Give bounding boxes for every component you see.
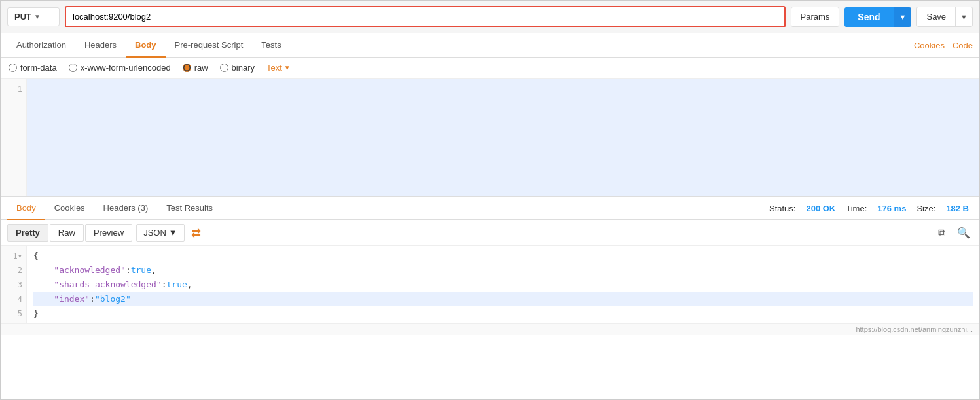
- option-urlencoded[interactable]: x-www-form-urlencoded: [69, 63, 171, 73]
- resp-line-num-5: 5: [1, 306, 22, 321]
- send-dropdown-button[interactable]: ▼: [894, 7, 912, 27]
- raw-label: raw: [194, 63, 208, 73]
- text-format-chevron-icon: ▼: [284, 64, 291, 71]
- binary-label: binary: [232, 63, 255, 73]
- open-brace: {: [33, 249, 39, 263]
- val-acknowledged: true: [131, 263, 151, 278]
- tab-authorization[interactable]: Authorization: [7, 33, 75, 58]
- send-button[interactable]: Send: [844, 7, 893, 27]
- resp-line-num-1: 1▾: [1, 249, 22, 263]
- val-shards-acknowledged: true: [167, 278, 187, 292]
- req-tabs-right: Cookies Code: [914, 34, 973, 57]
- tab-body[interactable]: Body: [126, 33, 166, 58]
- status-value: 200 OK: [806, 204, 835, 213]
- resp-line-3: "shards_acknowledged": true,: [33, 278, 973, 292]
- resp-tab-test-results[interactable]: Test Results: [157, 197, 222, 220]
- option-form-data[interactable]: form-data: [9, 63, 57, 73]
- cookies-link[interactable]: Cookies: [914, 34, 945, 57]
- tab-headers[interactable]: Headers: [75, 33, 126, 58]
- bottom-bar: https://blog.csdn.net/anmingzunzhi...: [1, 323, 979, 335]
- search-response-button[interactable]: 🔍: [954, 224, 973, 242]
- resp-line-2: "acknowledged": true,: [33, 263, 973, 278]
- resp-line-4: "index": "blog2": [33, 292, 973, 306]
- method-label: PUT: [14, 12, 31, 22]
- save-group: Save ▼: [916, 7, 973, 27]
- size-value: 182 B: [946, 204, 969, 213]
- json-format-dropdown[interactable]: JSON ▼: [136, 224, 185, 242]
- urlencoded-label: x-www-form-urlencoded: [81, 63, 171, 73]
- request-tabs: Authorization Headers Body Pre-request S…: [1, 33, 979, 58]
- copy-response-button[interactable]: ⧉: [935, 225, 948, 242]
- tab-tests[interactable]: Tests: [252, 33, 290, 58]
- close-brace: }: [33, 306, 39, 321]
- code-link[interactable]: Code: [953, 34, 973, 57]
- resp-line-num-3: 3: [1, 278, 22, 292]
- time-label: Time:: [846, 204, 867, 213]
- response-format-bar: Pretty Raw Preview JSON ▼ ⇄ ⧉ 🔍: [1, 220, 979, 246]
- response-editor-gutter: 1▾ 2 3 4 5: [1, 246, 27, 323]
- status-label: Status:: [769, 204, 795, 213]
- json-format-label: JSON: [143, 228, 166, 238]
- resp-tab-body[interactable]: Body: [7, 197, 45, 220]
- format-raw-button[interactable]: Raw: [50, 224, 84, 242]
- response-json-editor: 1▾ 2 3 4 5 { "acknowledged": true, "shar…: [1, 246, 979, 323]
- line-number-1: 1: [1, 82, 22, 96]
- form-data-label: form-data: [20, 63, 57, 73]
- tab-pre-request-script[interactable]: Pre-request Script: [166, 33, 253, 58]
- save-button[interactable]: Save: [917, 7, 955, 26]
- resp-tab-headers[interactable]: Headers (3): [94, 197, 158, 220]
- response-actions: ⧉ 🔍: [935, 224, 973, 242]
- request-body-input[interactable]: [27, 79, 979, 196]
- request-editor: 1: [1, 79, 979, 196]
- option-raw[interactable]: raw: [183, 63, 208, 73]
- key-index: "index": [54, 292, 90, 306]
- time-value: 176 ms: [877, 204, 906, 213]
- key-shards-acknowledged: "shards_acknowledged": [54, 278, 161, 292]
- params-button[interactable]: Params: [791, 7, 840, 27]
- text-format-dropdown[interactable]: Text ▼: [266, 63, 291, 73]
- save-dropdown-button[interactable]: ▼: [955, 7, 972, 26]
- top-bar: PUT ▼ Params Send ▼ Save ▼: [1, 1, 979, 33]
- response-status-bar: Status: 200 OK Time: 176 ms Size: 182 B: [765, 204, 973, 213]
- request-editor-gutter: 1: [1, 79, 27, 196]
- format-pretty-button[interactable]: Pretty: [7, 224, 48, 242]
- method-dropdown[interactable]: PUT ▼: [7, 7, 60, 26]
- size-label: Size:: [916, 204, 935, 213]
- send-group: Send ▼: [844, 7, 911, 27]
- body-options: form-data x-www-form-urlencoded raw bina…: [1, 58, 979, 79]
- url-input[interactable]: [65, 6, 786, 27]
- text-format-label: Text: [266, 63, 282, 73]
- option-binary[interactable]: binary: [220, 63, 255, 73]
- format-preview-button[interactable]: Preview: [85, 224, 132, 242]
- val-index: "blog2": [95, 292, 131, 306]
- response-section: Body Cookies Headers (3) Test Results St…: [1, 196, 979, 323]
- method-chevron-icon: ▼: [34, 13, 41, 20]
- resp-line-1: {: [33, 249, 973, 263]
- json-chevron-icon: ▼: [169, 228, 177, 238]
- bottom-url: https://blog.csdn.net/anmingzunzhi...: [856, 325, 973, 333]
- response-tabs-bar: Body Cookies Headers (3) Test Results St…: [1, 197, 979, 220]
- resp-line-5: }: [33, 306, 973, 321]
- resp-tab-cookies[interactable]: Cookies: [45, 197, 94, 220]
- response-content: { "acknowledged": true, "shards_acknowle…: [27, 246, 979, 323]
- resp-line-num-2: 2: [1, 263, 22, 278]
- key-acknowledged: "acknowledged": [54, 263, 126, 278]
- resp-line-num-4: 4: [1, 292, 22, 306]
- wrap-icon[interactable]: ⇄: [191, 226, 201, 240]
